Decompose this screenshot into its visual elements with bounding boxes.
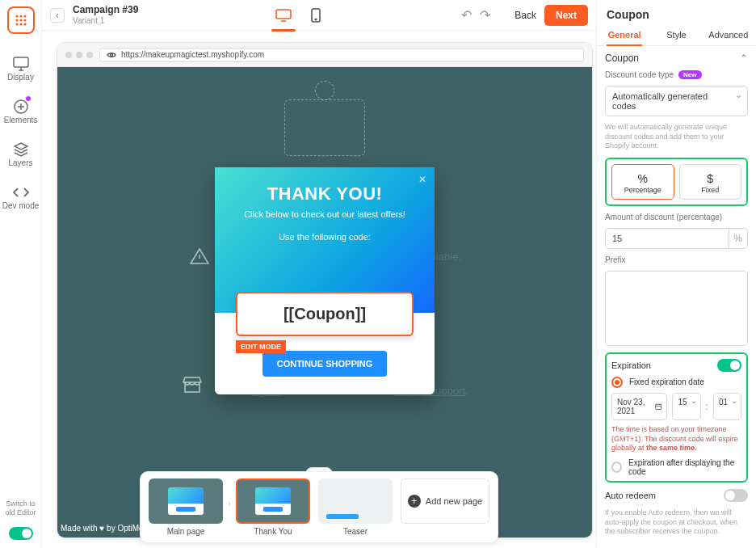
auto-redeem-label: Auto redeem bbox=[605, 491, 656, 500]
prefix-input[interactable] bbox=[605, 271, 748, 346]
code-icon bbox=[0, 183, 42, 201]
amount-label: Amount of discount (percentage) bbox=[605, 213, 748, 221]
svg-point-5 bbox=[23, 19, 26, 21]
type-label: Fixed bbox=[680, 186, 741, 194]
device-mobile[interactable] bbox=[305, 5, 326, 26]
device-desktop[interactable] bbox=[273, 5, 294, 26]
inspector-tabs: General Style Advanced bbox=[597, 24, 756, 46]
dollar-icon: $ bbox=[680, 171, 741, 186]
made-with-label: Made with ♥ by OptiMonk bbox=[61, 524, 152, 533]
svg-point-8 bbox=[23, 23, 26, 25]
brand-logo[interactable] bbox=[7, 6, 35, 34]
back-button[interactable]: Back bbox=[514, 10, 536, 21]
hour-select[interactable]: 15 bbox=[672, 393, 700, 420]
mobile-icon bbox=[311, 8, 321, 23]
variant-label: Variant 1 bbox=[73, 16, 138, 25]
tab-style[interactable]: Style bbox=[650, 24, 702, 45]
modal-subtitle: Click below to check out our latest offe… bbox=[226, 209, 423, 219]
highlight-box-1: % Percentage $ Fixed bbox=[605, 158, 748, 206]
rail-label: Dev mode bbox=[0, 201, 42, 210]
svg-rect-17 bbox=[656, 404, 662, 409]
type-label: Percentage bbox=[612, 186, 674, 194]
redo-icon[interactable]: ↷ bbox=[480, 7, 490, 23]
modal-header: ✕ THANK YOU! Click below to check out ou… bbox=[215, 167, 435, 313]
radio-fixed-date[interactable]: Fixed expiration date bbox=[611, 377, 741, 388]
page-card-thankyou[interactable]: Thank You bbox=[236, 478, 310, 536]
switch-editor-toggle[interactable] bbox=[9, 527, 33, 540]
monitor-icon bbox=[0, 55, 42, 73]
chevron-right-icon: › bbox=[228, 498, 231, 509]
tab-advanced[interactable]: Advanced bbox=[703, 24, 754, 45]
rail-layers[interactable]: Layers bbox=[0, 134, 42, 177]
title-block: Campaign #39 Variant 1 bbox=[73, 5, 138, 24]
svg-point-14 bbox=[111, 53, 113, 56]
undo-icon[interactable]: ↶ bbox=[461, 7, 472, 23]
radio-label: Fixed expiration date bbox=[629, 377, 704, 386]
page-label: Main page bbox=[149, 527, 223, 536]
edit-mode-chip: EDIT MODE bbox=[236, 340, 286, 353]
rail-display[interactable]: Display bbox=[0, 48, 42, 91]
date-value: Nov 23, 2021 bbox=[617, 398, 650, 415]
rail-elements[interactable]: Elements bbox=[0, 91, 42, 134]
svg-rect-11 bbox=[276, 10, 291, 19]
top-bar: ‹ Campaign #39 Variant 1 ↶ ↷ Back Next bbox=[42, 0, 596, 31]
inspector-title: Coupon bbox=[597, 0, 756, 24]
percent-suffix-icon: % bbox=[729, 228, 748, 249]
close-icon[interactable]: ✕ bbox=[418, 174, 426, 185]
type-percentage[interactable]: % Percentage bbox=[611, 164, 674, 200]
date-picker[interactable]: Nov 23, 2021 bbox=[611, 393, 667, 420]
page-label: Teaser bbox=[318, 527, 393, 536]
section-coupon-header[interactable]: Coupon ⌃ bbox=[605, 53, 748, 64]
chevron-up-icon: ⌃ bbox=[740, 53, 748, 64]
url-bar[interactable]: https://makeupmagictest.myshopify.com bbox=[99, 48, 584, 62]
rail-label: Display bbox=[0, 73, 42, 82]
modal-usecode: Use the following code: bbox=[226, 232, 423, 242]
svg-point-13 bbox=[316, 19, 317, 20]
rail-devmode[interactable]: Dev mode bbox=[0, 177, 42, 220]
auto-redeem-help: If you enable Auto redeem, then we will … bbox=[605, 508, 748, 537]
window-dots bbox=[65, 52, 93, 58]
store-icon bbox=[181, 373, 204, 396]
radio-after-display[interactable]: Expiration after displaying the code bbox=[611, 458, 741, 476]
expiration-label: Expiration bbox=[611, 360, 651, 370]
svg-point-6 bbox=[15, 23, 18, 25]
calendar-icon bbox=[655, 402, 662, 411]
coupon-field[interactable]: [[Coupon]] bbox=[236, 292, 414, 336]
discount-type-label: Discount code type New bbox=[605, 70, 748, 79]
percent-icon: % bbox=[612, 171, 674, 186]
page-tray: Main page › Thank You Teaser + Add new p… bbox=[140, 471, 498, 543]
page-card-main[interactable]: Main page bbox=[149, 478, 223, 536]
rail-switch-label: Switch to old Editor bbox=[0, 500, 41, 524]
minute-select[interactable]: 01 bbox=[713, 393, 741, 420]
browser-frame: https://makeupmagictest.myshopify.com ma… bbox=[57, 42, 593, 538]
discount-type-select[interactable]: Automatically generated codes bbox=[605, 86, 748, 116]
page-card-teaser[interactable]: Teaser bbox=[318, 478, 393, 536]
rail-label: Elements bbox=[0, 116, 42, 124]
prefix-label: Prefix bbox=[605, 255, 748, 264]
eye-icon bbox=[107, 51, 116, 59]
svg-point-3 bbox=[15, 19, 18, 21]
radio-label: Expiration after displaying the code bbox=[628, 458, 741, 476]
tab-general[interactable]: General bbox=[598, 24, 650, 45]
back-chip[interactable]: ‹ bbox=[50, 8, 65, 23]
timezone-warning: The time is based on your timezone (GMT+… bbox=[611, 425, 741, 453]
popup-modal[interactable]: ✕ THANK YOU! Click below to check out ou… bbox=[215, 167, 435, 394]
discount-help: We will automatically generate unique di… bbox=[605, 123, 748, 151]
bg-placeholder-frame bbox=[284, 99, 365, 156]
expiration-toggle[interactable] bbox=[717, 359, 741, 372]
rail-label: Layers bbox=[0, 158, 42, 167]
continue-button[interactable]: CONTINUE SHOPPING bbox=[262, 351, 388, 377]
notification-dot bbox=[26, 96, 31, 101]
layers-icon bbox=[0, 141, 42, 158]
auto-redeem-toggle[interactable] bbox=[724, 489, 748, 502]
svg-point-2 bbox=[23, 15, 26, 17]
page-label: Thank You bbox=[236, 527, 310, 536]
new-badge: New bbox=[678, 70, 701, 79]
amount-input[interactable]: 15 bbox=[605, 228, 729, 249]
svg-point-1 bbox=[19, 15, 22, 17]
next-button[interactable]: Next bbox=[544, 5, 588, 26]
svg-point-0 bbox=[15, 15, 18, 17]
add-page-button[interactable]: + Add new page bbox=[401, 478, 489, 524]
type-fixed[interactable]: $ Fixed bbox=[679, 164, 742, 200]
svg-rect-9 bbox=[14, 57, 28, 67]
